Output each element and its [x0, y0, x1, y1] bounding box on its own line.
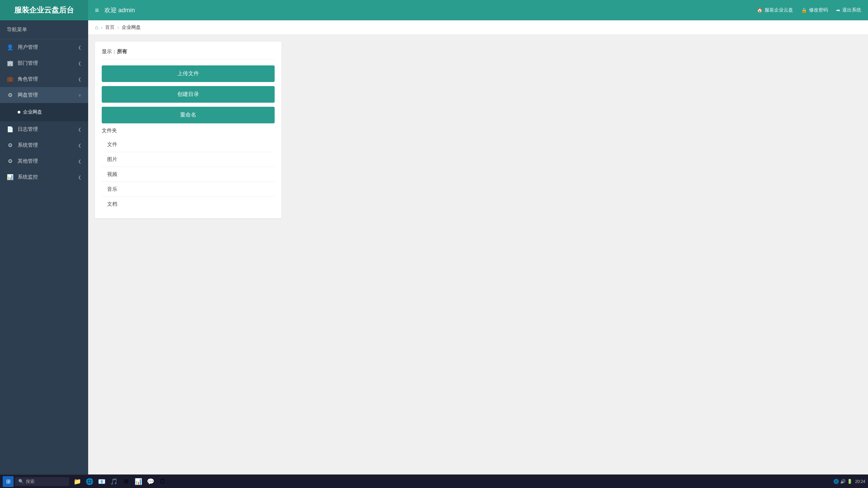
- sub-dot-enterprise: [18, 111, 20, 114]
- folder-item-5[interactable]: 文档: [102, 197, 275, 211]
- change-password-link[interactable]: 🔒 修改密码: [801, 7, 828, 13]
- log-icon: 📄: [7, 126, 14, 133]
- sidebar-item-log-mgmt[interactable]: 📄 日志管理 ❮: [0, 121, 88, 137]
- logout-link[interactable]: ➡ 退出系统: [836, 7, 861, 13]
- other-icon: ⚙: [7, 158, 14, 164]
- display-label: 显示：: [102, 48, 117, 54]
- role-mgmt-label: 角色管理: [18, 76, 38, 82]
- content-area: ⌂ › 首页 › 企业网盘 显示：所有 上传文件 创建目录 重命名: [88, 20, 868, 474]
- sidebar-item-sys-monitor[interactable]: 📊 系统监控 ❮: [0, 169, 88, 185]
- folder-item-2[interactable]: 图片: [102, 152, 275, 167]
- sidebar-header: 导航菜单: [0, 20, 88, 39]
- sys-monitor-label: 系统监控: [18, 174, 38, 180]
- log-mgmt-chevron: ❮: [78, 127, 81, 132]
- sidebar-item-user-mgmt[interactable]: 👤 用户管理 ❮: [0, 39, 88, 55]
- logout-label: 退出系统: [842, 7, 861, 13]
- cloud-link[interactable]: 🏠 服装企业云盘: [757, 7, 793, 13]
- folder-section: 文件夹 文件 图片 视频 音乐 文档: [102, 127, 275, 211]
- role-icon: 💼: [7, 76, 14, 82]
- taskbar-icon-3[interactable]: 📧: [96, 476, 107, 487]
- taskbar-icon-5[interactable]: ⚙: [121, 476, 132, 487]
- breadcrumb-sep-2: ›: [117, 25, 119, 30]
- monitor-icon: 📊: [7, 174, 14, 180]
- cloud-link-label: 服装企业云盘: [765, 7, 793, 13]
- user-icon: 👤: [7, 44, 14, 50]
- sidebar: 导航菜单 👤 用户管理 ❮ 🏢 部门管理 ❮ 💼 角色管理 ❮: [0, 20, 88, 474]
- role-mgmt-chevron: ❮: [78, 77, 81, 82]
- sidebar-item-other-mgmt[interactable]: ⚙ 其他管理 ❮: [0, 153, 88, 169]
- user-mgmt-label: 用户管理: [18, 44, 38, 50]
- taskbar-search-label: 搜索: [26, 479, 35, 485]
- breadcrumb-sep-1: ›: [101, 25, 103, 30]
- taskbar-icon-7[interactable]: 💬: [145, 476, 156, 487]
- start-button[interactable]: ⊞: [3, 476, 14, 487]
- display-filter: 显示：所有: [102, 48, 275, 60]
- main-card: 显示：所有 上传文件 创建目录 重命名 文件夹 文件 图片 视频 音乐 文: [95, 42, 281, 218]
- change-password-label: 修改密码: [809, 7, 828, 13]
- folder-section-title: 文件夹: [102, 127, 275, 134]
- dept-mgmt-chevron: ❮: [78, 61, 81, 66]
- menu-toggle-icon[interactable]: ≡: [95, 6, 99, 14]
- content-body: 显示：所有 上传文件 创建目录 重命名 文件夹 文件 图片 视频 音乐 文: [88, 35, 868, 225]
- folder-item-3[interactable]: 视频: [102, 167, 275, 182]
- sidebar-item-sys-mgmt[interactable]: ⚙ 系统管理 ❮: [0, 137, 88, 153]
- sys-monitor-chevron: ❮: [78, 175, 81, 180]
- taskbar-icon-2[interactable]: 🌐: [84, 476, 95, 487]
- taskbar-battery-icon: 🔋: [847, 479, 852, 484]
- header-main: ≡ 欢迎 admin 🏠 服装企业云盘 🔒 修改密码 ➡ 退出系统: [88, 0, 868, 20]
- taskbar-right: 🌐 🔊 🔋 20:24: [833, 479, 865, 484]
- taskbar-search[interactable]: 🔍 搜索: [15, 477, 69, 486]
- sys-mgmt-chevron: ❮: [78, 143, 81, 148]
- log-mgmt-label: 日志管理: [18, 126, 38, 133]
- disk-mgmt-label: 网盘管理: [18, 92, 38, 98]
- sidebar-item-dept-mgmt[interactable]: 🏢 部门管理 ❮: [0, 55, 88, 71]
- other-mgmt-label: 其他管理: [18, 158, 38, 164]
- other-mgmt-chevron: ❮: [78, 159, 81, 164]
- disk-icon: ⚙: [7, 92, 14, 98]
- breadcrumb-home-icon[interactable]: ⌂: [95, 24, 98, 30]
- taskbar-time: 20:24: [855, 479, 865, 484]
- body-row: 导航菜单 👤 用户管理 ❮ 🏢 部门管理 ❮ 💼 角色管理 ❮: [0, 20, 868, 474]
- taskbar: ⊞ 🔍 搜索 📁 🌐 📧 🎵 ⚙ 📊 💬 🗒 🌐 🔊 🔋 20:24: [0, 474, 868, 488]
- disk-submenu: 企业网盘: [0, 103, 88, 121]
- brand-logo: 服装企业云盘后台: [0, 0, 88, 20]
- upload-button[interactable]: 上传文件: [102, 65, 275, 82]
- taskbar-icon-8[interactable]: 🗒: [157, 476, 168, 487]
- logout-icon: ➡: [836, 7, 840, 13]
- taskbar-time-value: 20:24: [855, 479, 865, 484]
- rename-button[interactable]: 重命名: [102, 107, 275, 123]
- sidebar-item-disk-mgmt[interactable]: ⚙ 网盘管理 ∨: [0, 87, 88, 103]
- create-dir-button[interactable]: 创建目录: [102, 86, 275, 103]
- top-header: 服装企业云盘后台 ≡ 欢迎 admin 🏠 服装企业云盘 🔒 修改密码 ➡ 退出…: [0, 0, 868, 20]
- user-mgmt-chevron: ❮: [78, 45, 81, 50]
- sys-mgmt-label: 系统管理: [18, 142, 38, 148]
- taskbar-volume-icon: 🔊: [840, 479, 846, 484]
- dept-icon: 🏢: [7, 60, 14, 66]
- display-value: 所有: [117, 48, 127, 54]
- lock-icon: 🔒: [801, 7, 807, 13]
- sidebar-sub-enterprise-disk[interactable]: 企业网盘: [0, 106, 88, 119]
- folder-item-4[interactable]: 音乐: [102, 182, 275, 197]
- breadcrumb: ⌂ › 首页 › 企业网盘: [88, 20, 868, 35]
- sys-icon: ⚙: [7, 142, 14, 148]
- header-links: 🏠 服装企业云盘 🔒 修改密码 ➡ 退出系统: [757, 7, 861, 13]
- welcome-text: 欢迎 admin: [104, 6, 757, 14]
- sidebar-nav-label: 导航菜单: [7, 26, 27, 32]
- disk-mgmt-chevron: ∨: [78, 93, 81, 98]
- taskbar-network-icon: 🌐: [833, 479, 839, 484]
- brand-text: 服装企业云盘后台: [14, 5, 74, 15]
- home-icon: 🏠: [757, 7, 763, 13]
- taskbar-icons: 📁 🌐 📧 🎵 ⚙ 📊 💬 🗒: [72, 476, 168, 487]
- taskbar-icon-6[interactable]: 📊: [133, 476, 144, 487]
- folder-item-1[interactable]: 文件: [102, 137, 275, 152]
- dept-mgmt-label: 部门管理: [18, 60, 38, 66]
- enterprise-disk-label: 企业网盘: [23, 109, 42, 115]
- taskbar-icon-1[interactable]: 📁: [72, 476, 83, 487]
- taskbar-icon-4[interactable]: 🎵: [108, 476, 119, 487]
- taskbar-search-icon: 🔍: [18, 479, 24, 484]
- breadcrumb-home-label[interactable]: 首页: [105, 24, 115, 30]
- folder-list: 文件 图片 视频 音乐 文档: [102, 137, 275, 211]
- taskbar-sys-icons: 🌐 🔊 🔋: [833, 479, 852, 484]
- breadcrumb-current: 企业网盘: [122, 24, 141, 30]
- sidebar-item-role-mgmt[interactable]: 💼 角色管理 ❮: [0, 71, 88, 87]
